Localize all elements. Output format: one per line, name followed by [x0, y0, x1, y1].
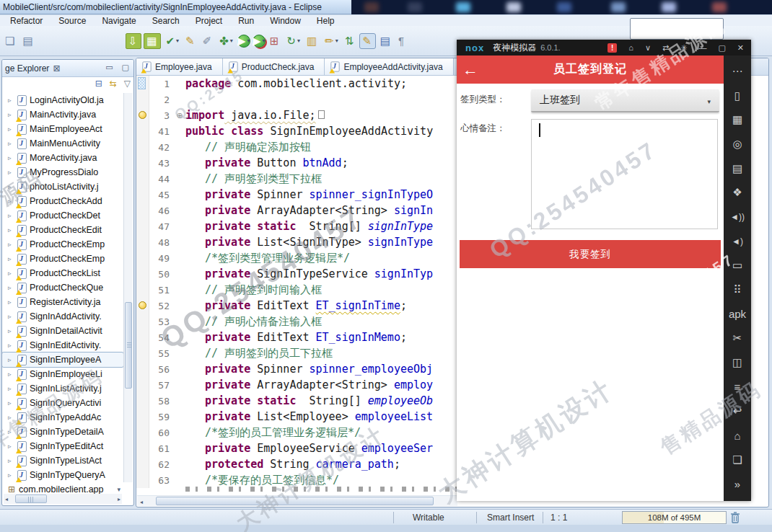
expander-icon[interactable]: ▹ [8, 371, 14, 378]
view-menu-icon[interactable]: ▽ [124, 79, 131, 89]
expander-icon[interactable]: ▹ [8, 270, 14, 277]
clear-console-icon[interactable]: ✐ [201, 33, 216, 49]
new-window-icon[interactable]: ❏ [3, 33, 18, 49]
tree-item[interactable]: ▹ J SignInEmployeeLi [2, 367, 123, 381]
resize-icon[interactable]: ⇄ [662, 40, 669, 56]
warning-bulb-icon[interactable] [139, 111, 146, 119]
editor-horizontal-scrollbar[interactable]: ◂ [137, 495, 457, 506]
tree-item[interactable]: ▹ J ProductCheckEmp [2, 252, 123, 266]
tree-item[interactable]: ▹ J SignInTypeListAct [2, 453, 123, 468]
editor-tab[interactable]: J EmployeeAddActivity.java [325, 58, 453, 75]
expander-icon[interactable]: ▹ [8, 284, 14, 291]
install-folder-icon[interactable]: ▭ [724, 254, 751, 278]
tree-item[interactable]: ▹ J photoListActivity.j [2, 179, 123, 194]
tree-item[interactable]: ▹ J SignInEmployeeA [2, 353, 123, 367]
volume-rocker-icon[interactable]: ≡ [724, 375, 751, 399]
tree-item[interactable]: ▹ J ProductCheckEdit [2, 223, 123, 237]
menu-item[interactable]: Source [58, 16, 86, 26]
coverage-icon[interactable]: ⊞ [268, 33, 283, 49]
scroll-left-icon[interactable]: ◂ [5, 496, 8, 502]
expander-icon[interactable]: ▹ [8, 140, 14, 147]
menu-item[interactable]: Navigate [102, 16, 136, 26]
refresh-icon[interactable]: ↻▾ [284, 33, 302, 49]
menu-item[interactable]: Run [238, 16, 254, 26]
tree-item[interactable]: ▹ J MainEmployeeAct [2, 122, 123, 136]
location-icon[interactable]: ◎ [724, 132, 751, 156]
minimize-icon[interactable]: ▭ [105, 63, 113, 72]
maximize-icon[interactable]: ▢ [122, 63, 129, 72]
signin-type-spinner[interactable]: 上班签到 ▾ [531, 89, 719, 112]
volume-up-icon[interactable]: ◄)) [724, 205, 751, 229]
tree-item[interactable]: ▹ J SignInTypeQueryA [2, 468, 123, 482]
editor-tab[interactable]: J Employee.java [136, 58, 223, 75]
expander-icon[interactable]: ▹ [8, 198, 14, 205]
expander-icon[interactable]: ▹ [8, 212, 14, 219]
run-config-icon[interactable]: ▶▾ [253, 35, 266, 48]
editor-tab[interactable]: J ProductCheck.java [223, 58, 325, 75]
tree-item[interactable]: ▹ J SignInTypeDetailA [2, 425, 123, 439]
expander-icon[interactable]: ▹ [8, 154, 14, 161]
expander-icon[interactable]: ▹ [8, 97, 14, 104]
show-whitespace-icon[interactable]: ¶ [396, 33, 408, 49]
tree-item[interactable]: ▹ J ProductCheckEmp [2, 237, 123, 252]
expander-icon[interactable]: ▹ [8, 327, 14, 334]
expander-icon[interactable]: ▹ [8, 414, 14, 421]
expander-icon[interactable]: ▹ [8, 342, 14, 349]
tree-vertical-scrollbar[interactable] [123, 93, 133, 482]
tree-item[interactable]: ▹ J SignInTypeEditAct [2, 439, 123, 453]
menu-item[interactable]: Project [196, 16, 222, 26]
back-icon[interactable]: ↩ [724, 399, 751, 424]
maximize-icon[interactable]: ▢ [718, 40, 725, 56]
volume-down-icon[interactable]: ◄) [724, 229, 751, 254]
minimize-icon[interactable]: — [698, 40, 706, 56]
tree-item[interactable]: ▹ J SignInTypeAddAc [2, 410, 123, 425]
scroll-left-icon[interactable]: ◂ [140, 499, 143, 505]
macro-recorder-icon[interactable]: ⠿ [724, 278, 751, 302]
shake-icon[interactable]: ◫ [724, 350, 751, 375]
tree-item[interactable]: ▹ J MoreActivity.java [2, 151, 123, 165]
menu-item[interactable]: Refactor [10, 16, 43, 26]
expander-icon[interactable]: ▹ [8, 457, 14, 464]
scroll-down-icon[interactable]: ▾ [117, 486, 120, 493]
screenshot-icon[interactable]: ✂ [724, 327, 751, 351]
tree-item[interactable]: ▹ J MyProgressDialo [2, 165, 123, 179]
expander-icon[interactable]: ▹ [8, 428, 14, 435]
expander-icon[interactable]: ▹ [8, 255, 14, 262]
tree-item[interactable]: ▹ J ProductCheckDet [2, 208, 123, 223]
expander-icon[interactable]: ▹ [8, 125, 14, 133]
memo-textarea[interactable] [531, 119, 718, 229]
tree-horizontal-scrollbar[interactable]: ◂ ▸ [4, 494, 122, 504]
garbage-collect-icon[interactable] [730, 512, 740, 523]
mark-occurrences-icon[interactable]: ✎ [359, 33, 376, 49]
menu-item[interactable]: Search [152, 16, 180, 26]
more-icon[interactable]: ⋯ [724, 59, 751, 84]
settings-icon[interactable]: ✳ [680, 40, 687, 56]
menu-item[interactable]: Help [317, 16, 335, 26]
expander-icon[interactable]: ▹ [8, 471, 14, 479]
scrollbar-thumb[interactable] [15, 495, 47, 503]
scrollbar-thumb[interactable] [125, 302, 132, 389]
scrollbar-thumb[interactable] [156, 497, 434, 505]
expander-icon[interactable]: ▹ [8, 111, 14, 118]
expander-icon[interactable]: ▹ [8, 169, 14, 176]
debug-icon[interactable]: ✤▾ [217, 33, 235, 49]
tree-item[interactable]: ▹ J ProductCheckList [2, 266, 123, 280]
tree-item[interactable]: ▹ J SignInListActivity.j [2, 381, 123, 396]
expander-icon[interactable]: ▹ [8, 298, 14, 306]
warning-bulb-icon[interactable] [139, 301, 146, 309]
expander-icon[interactable]: ▹ [8, 226, 14, 234]
rotate-device-icon[interactable]: ▯ [724, 84, 751, 108]
recent-apps-icon[interactable]: ❏ [724, 448, 751, 472]
tree-item[interactable]: ▹ J ProductCheckQue [2, 280, 123, 295]
menu-item[interactable]: Window [270, 16, 301, 26]
expander-icon[interactable]: ▹ [8, 241, 14, 248]
tree-item[interactable]: ▹ J LoginActivityOld.ja [2, 93, 123, 107]
open-folder-icon[interactable]: ▥ [304, 33, 320, 49]
close-icon[interactable]: ✕ [737, 40, 744, 56]
expander-icon[interactable]: ▹ [8, 356, 14, 363]
link-with-editor-icon[interactable]: ⇆ [110, 79, 117, 89]
android-avd-manager-icon[interactable]: ▦ [144, 33, 161, 49]
expander-icon[interactable]: ▹ [8, 385, 14, 392]
expander-icon[interactable]: ▹ [8, 313, 14, 320]
run-icon[interactable]: ▶▾ [237, 35, 250, 48]
